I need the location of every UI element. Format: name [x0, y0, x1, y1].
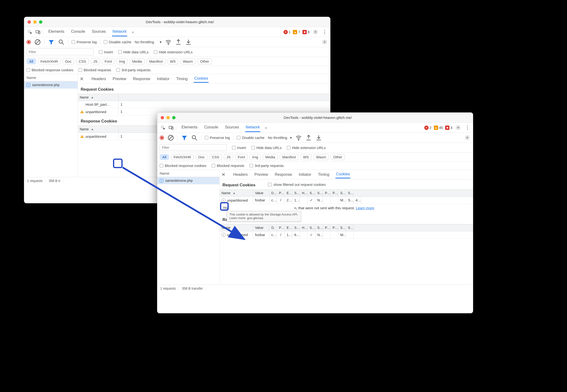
blocked-requests-checkbox[interactable]: Blocked requests — [78, 68, 111, 72]
filter-input[interactable] — [160, 144, 227, 151]
tab-network[interactable]: Network — [112, 28, 127, 36]
type-chip-all[interactable]: All — [27, 58, 36, 64]
download-icon[interactable] — [185, 39, 192, 45]
column-header[interactable]: Name▲ — [220, 190, 253, 196]
kebab-menu-icon[interactable]: ⋮ — [464, 124, 471, 131]
type-chip-css[interactable]: CSS — [209, 154, 222, 160]
close-window-button[interactable] — [161, 116, 164, 119]
subtab-headers[interactable]: Headers — [91, 75, 106, 83]
request-row[interactable]: ≡ samesitenone.php — [157, 177, 219, 184]
zoom-window-button[interactable] — [172, 116, 176, 119]
wifi-icon[interactable] — [295, 134, 302, 141]
wifi-icon[interactable] — [165, 39, 172, 45]
warnings-badge[interactable]: ▲45 — [434, 126, 443, 130]
invert-checkbox[interactable]: Invert — [99, 50, 113, 54]
device-toggle-icon[interactable] — [35, 29, 41, 35]
subtab-cookies[interactable]: Cookies — [335, 170, 350, 178]
col-name-header[interactable]: Name▲ — [78, 126, 119, 132]
third-party-requests-checkbox[interactable]: 3rd-party requests — [116, 68, 151, 72]
type-chip-js[interactable]: JS — [91, 58, 100, 64]
column-header[interactable]: S… — [308, 224, 315, 231]
type-chip-media[interactable]: Media — [130, 58, 145, 64]
subtab-response[interactable]: Response — [274, 171, 292, 178]
type-chip-ws[interactable]: WS — [167, 58, 178, 64]
minimize-window-button[interactable] — [33, 20, 37, 24]
disable-cache-checkbox[interactable]: Disable cache — [104, 40, 131, 44]
tab-console[interactable]: Console — [204, 123, 219, 132]
type-chip-wasm[interactable]: Wasm — [180, 58, 196, 64]
type-chip-font[interactable]: Font — [235, 154, 248, 160]
panel-settings-gear-icon[interactable] — [464, 134, 471, 141]
disable-cache-checkbox[interactable]: Disable cache — [237, 136, 264, 140]
issues-badge[interactable]: ■6 — [302, 30, 310, 34]
column-header[interactable]: E… — [285, 190, 292, 196]
type-chip-fetchxhr[interactable]: Fetch/XHR — [38, 58, 60, 64]
search-icon[interactable] — [191, 134, 198, 141]
errors-badge[interactable]: ✕2 — [424, 126, 432, 130]
subtab-initiator[interactable]: Initiator — [156, 75, 170, 83]
inspect-icon[interactable] — [27, 29, 33, 35]
download-icon[interactable] — [315, 134, 322, 141]
warnings-badge[interactable]: ▲7 — [293, 30, 300, 34]
invert-checkbox[interactable]: Invert — [232, 146, 246, 150]
subtab-cookies[interactable]: Cookies — [194, 75, 209, 83]
type-chip-wasm[interactable]: Wasm — [313, 154, 329, 160]
learn-more-link[interactable]: Learn more — [356, 206, 374, 210]
hide-extension-urls-checkbox[interactable]: Hide extension URLs — [154, 50, 193, 54]
cookie-row[interactable]: Host-3P_part…1 — [78, 101, 330, 108]
type-chip-manifest[interactable]: Manifest — [147, 58, 165, 64]
tab-sources[interactable]: Sources — [224, 123, 239, 132]
cookie-row[interactable]: iunpartitionedfoobarc…/2…1…✓N…M…S…4… — [220, 196, 473, 204]
minimize-window-button[interactable] — [166, 116, 170, 119]
filter-funnel-icon[interactable] — [181, 134, 188, 141]
hide-extension-urls-checkbox[interactable]: Hide extension URLs — [287, 146, 326, 150]
tab-sources[interactable]: Sources — [91, 28, 106, 36]
column-header[interactable]: Value — [253, 224, 269, 231]
type-chip-img[interactable]: Img — [116, 58, 128, 64]
throttling-select[interactable]: No throttling▾ — [268, 136, 292, 140]
column-header[interactable]: S… — [315, 190, 323, 196]
hide-data-urls-checkbox[interactable]: Hide data URLs — [118, 50, 149, 54]
subtab-timing[interactable]: Timing — [176, 75, 188, 83]
filter-funnel-icon[interactable] — [48, 39, 55, 45]
clear-button[interactable] — [34, 39, 41, 45]
subtab-preview[interactable]: Preview — [254, 171, 269, 178]
hide-data-urls-checkbox[interactable]: Hide data URLs — [252, 146, 282, 150]
column-header[interactable]: P… — [277, 224, 285, 231]
upload-icon[interactable] — [175, 39, 182, 45]
column-header[interactable]: Value — [253, 190, 269, 196]
sidebar-name-header[interactable]: Name — [24, 74, 78, 81]
column-header[interactable]: S… — [338, 224, 346, 231]
inspect-icon[interactable] — [160, 124, 166, 131]
kebab-menu-icon[interactable]: ⋮ — [321, 29, 328, 35]
third-party-requests-checkbox[interactable]: 3rd-party requests — [250, 164, 284, 168]
record-button[interactable] — [27, 40, 31, 44]
type-chip-doc[interactable]: Doc — [62, 58, 74, 64]
record-button[interactable] — [160, 136, 164, 140]
subtab-response[interactable]: Response — [133, 75, 151, 83]
col-name-header[interactable]: Name▲ — [78, 94, 119, 101]
subtab-preview[interactable]: Preview — [112, 75, 127, 83]
search-icon[interactable] — [58, 39, 65, 45]
column-header[interactable]: S… — [308, 190, 315, 196]
subtab-headers[interactable]: Headers — [233, 171, 248, 178]
column-header[interactable]: S… — [315, 224, 323, 231]
type-chip-manifest[interactable]: Manifest — [280, 154, 298, 160]
column-header[interactable]: P… — [323, 190, 331, 196]
column-header[interactable]: Name▲ — [220, 224, 253, 231]
column-header[interactable]: D. — [269, 224, 277, 231]
column-header[interactable]: P… — [323, 224, 331, 231]
column-header[interactable]: S… — [346, 190, 354, 196]
type-chip-font[interactable]: Font — [102, 58, 114, 64]
blocked-requests-checkbox[interactable]: Blocked requests — [212, 164, 244, 168]
column-header[interactable]: P… — [331, 224, 338, 231]
close-window-button[interactable] — [28, 20, 31, 24]
upload-icon[interactable] — [305, 134, 312, 141]
tab-elements[interactable]: Elements — [181, 123, 198, 132]
column-header[interactable]: P… — [277, 190, 285, 196]
column-header[interactable]: S… — [338, 190, 346, 196]
preserve-log-checkbox[interactable]: Preserve log — [72, 40, 97, 44]
type-chip-doc[interactable]: Doc — [196, 154, 207, 160]
column-header[interactable]: H… — [300, 224, 308, 231]
type-chip-media[interactable]: Media — [263, 154, 278, 160]
